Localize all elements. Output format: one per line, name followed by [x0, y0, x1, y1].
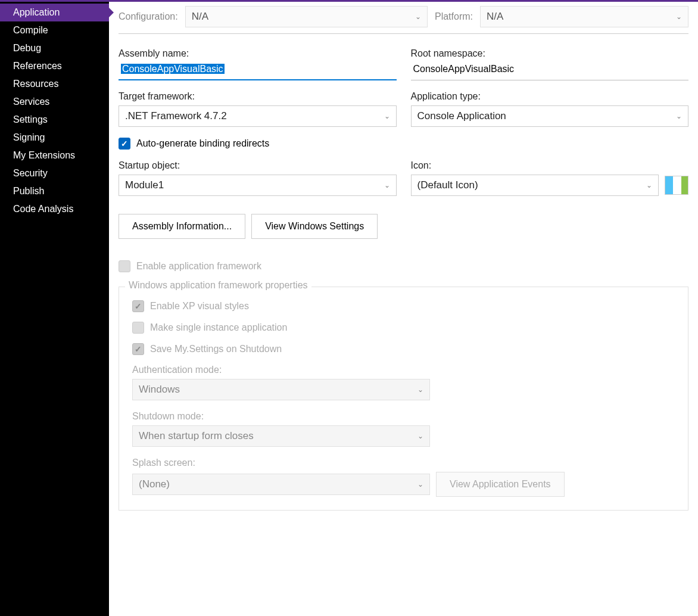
- startup-object-label: Startup object:: [119, 160, 397, 171]
- auth-mode-select: Windows ⌄: [132, 379, 430, 400]
- xp-visual-styles-label: Enable XP visual styles: [150, 301, 249, 312]
- sidebar-item-settings[interactable]: Settings: [0, 111, 109, 129]
- root-namespace-label: Root namespace:: [411, 48, 689, 59]
- startup-object-select[interactable]: Module1 ⌄: [119, 175, 397, 196]
- sidebar-item-code-analysis[interactable]: Code Analysis: [0, 200, 109, 218]
- splash-screen-value: (None): [139, 478, 170, 490]
- auth-mode-value: Windows: [139, 384, 180, 396]
- framework-properties-legend: Windows application framework properties: [125, 280, 311, 291]
- single-instance-label: Make single instance application: [150, 322, 287, 333]
- sidebar-item-debug[interactable]: Debug: [0, 39, 109, 57]
- icon-preview: [665, 176, 688, 195]
- splash-screen-select: (None) ⌄: [132, 474, 430, 495]
- application-type-label: Application type:: [411, 91, 689, 102]
- assembly-information-button[interactable]: Assembly Information...: [119, 214, 245, 239]
- enable-application-framework-checkbox: [119, 260, 130, 272]
- chevron-down-icon: ⌄: [676, 112, 682, 120]
- save-my-settings-checkbox: [132, 343, 144, 355]
- platform-value: N/A: [487, 11, 503, 23]
- configuration-select[interactable]: N/A ⌄: [185, 6, 428, 27]
- chevron-down-icon: ⌄: [417, 432, 423, 440]
- sidebar-item-publish[interactable]: Publish: [0, 182, 109, 200]
- platform-select[interactable]: N/A ⌄: [480, 6, 688, 27]
- sidebar-item-security[interactable]: Security: [0, 164, 109, 182]
- target-framework-label: Target framework:: [119, 91, 397, 102]
- chevron-down-icon: ⌄: [676, 13, 682, 21]
- auto-generate-checkbox[interactable]: [119, 138, 130, 150]
- root-namespace-input[interactable]: ConsoleAppVisualBasic: [411, 63, 689, 80]
- icon-select[interactable]: (Default Icon) ⌄: [411, 175, 659, 196]
- application-type-value: Console Application: [417, 110, 506, 122]
- xp-visual-styles-checkbox: [132, 300, 144, 312]
- sidebar-item-services[interactable]: Services: [0, 93, 109, 111]
- main-panel: Configuration: N/A ⌄ Platform: N/A ⌄ Ass…: [109, 0, 698, 616]
- view-windows-settings-button[interactable]: View Windows Settings: [251, 214, 378, 239]
- sidebar-item-references[interactable]: References: [0, 57, 109, 75]
- shutdown-mode-value: When startup form closes: [139, 430, 254, 442]
- shutdown-mode-label: Shutdown mode:: [132, 411, 430, 422]
- target-framework-select[interactable]: .NET Framework 4.7.2 ⌄: [119, 105, 397, 127]
- shutdown-mode-select: When startup form closes ⌄: [132, 425, 430, 447]
- sidebar: Application Compile Debug References Res…: [0, 0, 109, 616]
- splash-screen-label: Splash screen:: [132, 458, 430, 468]
- framework-properties-group: Windows application framework properties…: [119, 287, 688, 511]
- auth-mode-label: Authentication mode:: [132, 365, 430, 375]
- enable-application-framework-label: Enable application framework: [136, 261, 261, 272]
- chevron-down-icon: ⌄: [415, 13, 421, 21]
- sidebar-item-application[interactable]: Application: [0, 4, 109, 21]
- application-type-select[interactable]: Console Application ⌄: [411, 105, 689, 127]
- chevron-down-icon: ⌄: [417, 480, 423, 489]
- save-my-settings-label: Save My.Settings on Shutdown: [150, 344, 282, 354]
- auto-generate-label: Auto-generate binding redirects: [136, 138, 269, 149]
- chevron-down-icon: ⌄: [646, 181, 652, 189]
- sidebar-item-signing[interactable]: Signing: [0, 129, 109, 147]
- icon-label: Icon:: [411, 160, 689, 171]
- platform-label: Platform:: [435, 11, 473, 22]
- configuration-label: Configuration:: [119, 11, 178, 22]
- icon-value: (Default Icon): [417, 179, 478, 191]
- sidebar-item-resources[interactable]: Resources: [0, 75, 109, 93]
- chevron-down-icon: ⌄: [384, 181, 390, 189]
- single-instance-checkbox: [132, 322, 144, 334]
- sidebar-item-compile[interactable]: Compile: [0, 21, 109, 39]
- configuration-value: N/A: [192, 11, 208, 23]
- chevron-down-icon: ⌄: [384, 112, 390, 120]
- chevron-down-icon: ⌄: [417, 385, 423, 394]
- assembly-name-input[interactable]: ConsoleAppVisualBasic: [119, 63, 397, 80]
- startup-object-value: Module1: [125, 179, 164, 191]
- assembly-name-label: Assembly name:: [119, 48, 397, 59]
- view-application-events-button: View Application Events: [436, 472, 565, 497]
- sidebar-item-my-extensions[interactable]: My Extensions: [0, 147, 109, 164]
- config-header: Configuration: N/A ⌄ Platform: N/A ⌄: [119, 6, 688, 34]
- target-framework-value: .NET Framework 4.7.2: [125, 110, 227, 122]
